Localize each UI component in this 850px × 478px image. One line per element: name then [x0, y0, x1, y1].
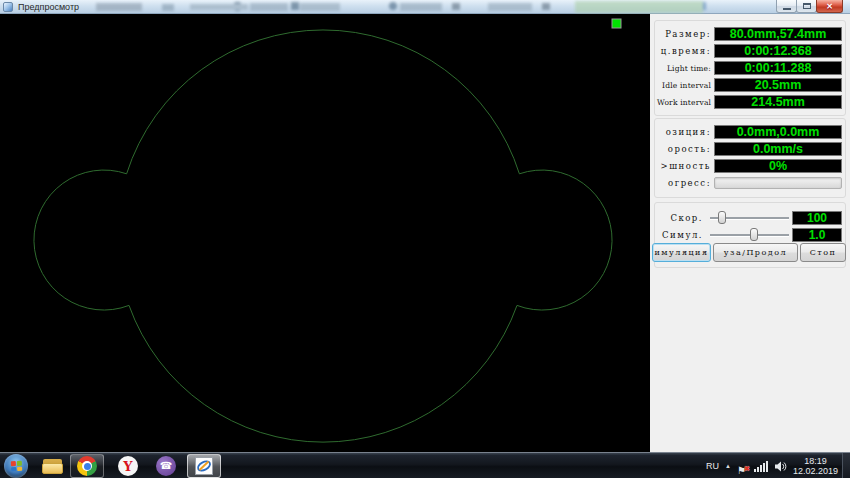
stat-row-total-time: ц.время: 0:00:12.368	[657, 44, 842, 58]
titlebar: Предпросмотр ✕	[0, 0, 850, 14]
show-desktop-button[interactable]	[842, 453, 850, 478]
stat-row-progress: огресс:	[657, 176, 842, 190]
speed-slider-row: Скор. 100	[657, 210, 842, 225]
taskbar-item-viber[interactable]: ☎	[156, 456, 176, 476]
stat-row-light-time: Light time: 0:00:11.288	[657, 61, 842, 75]
progress-label: огресс:	[657, 178, 714, 188]
action-buttons: имуляция уза/Продол Стоп	[652, 243, 846, 262]
simulation-slider-label: Симул.	[657, 230, 707, 240]
language-indicator[interactable]: RU	[706, 461, 719, 471]
clock[interactable]: 18:19 12.02.2019	[793, 456, 838, 476]
taskbar-item-yandex[interactable]: Y	[118, 456, 138, 476]
simulation-slider-thumb[interactable]	[750, 228, 758, 241]
system-tray: RU ▲ ⚑ ✖ 18:19 12.02.2019	[706, 453, 838, 478]
speed-value: 0.0mm/s	[714, 142, 842, 156]
simulation-slider-row: Симул. 1.0	[657, 227, 842, 242]
clock-time: 18:19	[793, 456, 838, 466]
maximize-icon	[803, 3, 811, 9]
maximize-button[interactable]	[796, 0, 817, 13]
control-panel: Размер: 80.0mm,57.4mm ц.время: 0:00:12.3…	[650, 14, 850, 452]
close-button[interactable]: ✕	[816, 0, 843, 13]
total-time-value: 0:00:12.368	[714, 44, 842, 58]
speed-slider-label: Скор.	[657, 213, 707, 223]
preview-drawing	[0, 14, 650, 452]
light-time-value: 0:00:11.288	[714, 61, 842, 75]
volume-icon[interactable]	[774, 461, 787, 472]
laser-head-indicator	[612, 19, 621, 28]
network-signal-icon[interactable]	[754, 461, 768, 472]
speed-slider[interactable]	[710, 210, 789, 225]
cut-path-outline	[34, 30, 612, 442]
screen: Предпросмотр ✕ Размер: 80.0mm,57.4mm	[0, 0, 850, 478]
taskbar-item-laser-app[interactable]	[187, 454, 221, 478]
taskbar: Y ☎ RU ▲ ⚑ ✖	[0, 452, 850, 478]
power-label: >шность	[657, 161, 714, 171]
preview-canvas	[0, 14, 650, 452]
start-button[interactable]	[4, 454, 28, 478]
light-time-label: Light time:	[657, 64, 714, 73]
stat-row-idle-interval: Idle interval 20.5mm	[657, 78, 842, 92]
yandex-icon: Y	[123, 459, 132, 474]
close-icon: ✕	[826, 1, 833, 12]
work-interval-label: Work interval	[657, 98, 714, 107]
chrome-icon	[77, 456, 97, 476]
windows-logo-icon	[10, 461, 22, 472]
hidden-icons-arrow-icon[interactable]: ▲	[725, 463, 731, 469]
stat-row-size: Размер: 80.0mm,57.4mm	[657, 27, 842, 41]
progress-bar	[714, 177, 842, 189]
window-controls: ✕	[777, 0, 843, 13]
work-interval-value: 214.5mm	[714, 95, 842, 109]
size-value: 80.0mm,57.4mm	[714, 27, 842, 41]
viber-phone-icon: ☎	[160, 461, 172, 471]
speed-slider-value: 100	[792, 211, 842, 225]
stat-row-position: озиция: 0.0mm,0.0mm	[657, 125, 842, 139]
stop-button[interactable]: Стоп	[800, 243, 846, 262]
idle-interval-value: 20.5mm	[714, 78, 842, 92]
stat-row-speed: орость: 0.0mm/s	[657, 142, 842, 156]
idle-interval-label: Idle interval	[657, 81, 714, 90]
laser-app-icon	[195, 457, 213, 475]
total-time-label: ц.время:	[657, 46, 714, 56]
stat-row-work-interval: Work interval 214.5mm	[657, 95, 842, 109]
position-label: озиция:	[657, 127, 714, 137]
simulation-slider-value: 1.0	[792, 228, 842, 242]
minimize-button[interactable]	[776, 0, 797, 13]
stats-group: Размер: 80.0mm,57.4mm ц.время: 0:00:12.3…	[654, 20, 846, 116]
taskbar-item-explorer[interactable]	[42, 456, 64, 476]
error-x-icon: ✖	[744, 465, 750, 473]
size-label: Размер:	[657, 29, 714, 39]
taskbar-item-chrome[interactable]	[70, 454, 104, 478]
action-center-icon[interactable]: ⚑ ✖	[737, 460, 748, 472]
pause-continue-button[interactable]: уза/Продол	[713, 243, 798, 262]
status-group: озиция: 0.0mm,0.0mm орость: 0.0mm/s >шно…	[654, 118, 846, 198]
background-window-ghosts	[0, 0, 770, 14]
window-title: Предпросмотр	[18, 1, 79, 13]
simulation-button[interactable]: имуляция	[652, 243, 711, 262]
clock-date: 12.02.2019	[793, 466, 838, 476]
app-icon	[3, 2, 13, 12]
speed-label: орость:	[657, 144, 714, 154]
simulation-slider[interactable]	[710, 227, 789, 242]
speed-slider-thumb[interactable]	[718, 211, 726, 224]
position-value: 0.0mm,0.0mm	[714, 125, 842, 139]
stat-row-power: >шность 0%	[657, 159, 842, 173]
minimize-icon	[783, 8, 791, 10]
power-value: 0%	[714, 159, 842, 173]
